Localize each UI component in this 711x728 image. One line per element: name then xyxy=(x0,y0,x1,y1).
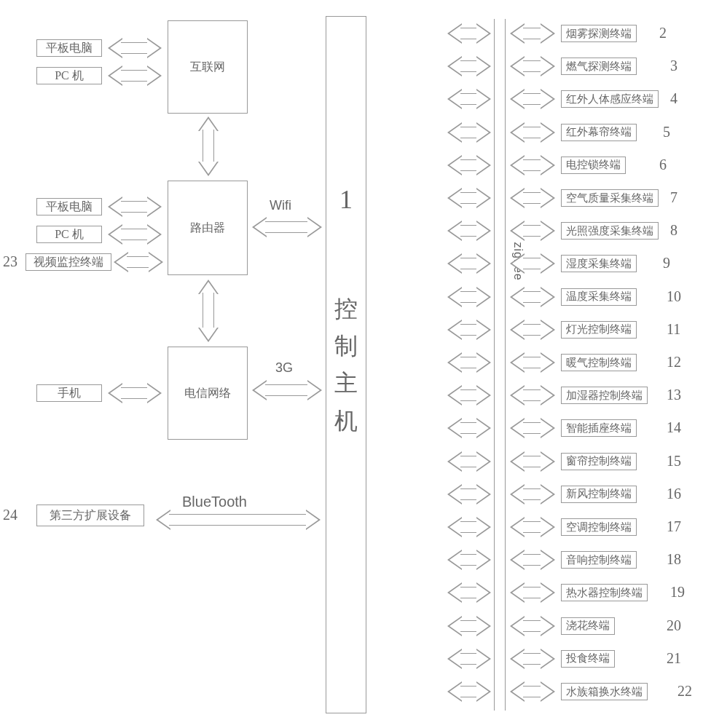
video-monitor-box: 视频监控终端 xyxy=(25,253,111,271)
pc-box-1: PC 机 xyxy=(36,67,102,84)
terminal-row: 燃气探测终端3 xyxy=(437,50,711,82)
arrow-icon xyxy=(252,217,322,237)
terminal-row: 新风控制终端16 xyxy=(437,478,711,510)
terminal-number: 7 xyxy=(670,189,677,206)
terminal-box: 燃气探测终端 xyxy=(561,58,637,75)
tablet-box-1: 平板电脑 xyxy=(36,39,102,57)
internet-box: 互联网 xyxy=(168,20,248,114)
terminal-row: 灯光控制终端11 xyxy=(437,314,711,346)
terminal-row: 红外幕帘终端5 xyxy=(437,116,711,149)
arrow-icon xyxy=(447,451,491,472)
terminal-number: 12 xyxy=(667,354,681,371)
telecom-label: 电信网络 xyxy=(184,386,231,401)
tablet-label-2: 平板电脑 xyxy=(46,199,93,215)
arrow-icon xyxy=(108,224,162,245)
arrow-icon xyxy=(108,66,162,86)
terminal-row: 空气质量采集终端7 xyxy=(437,182,711,214)
arrow-icon xyxy=(510,616,555,636)
terminal-number: 22 xyxy=(677,683,692,700)
terminal-row: 智能插座终端14 xyxy=(437,412,711,444)
control-host-box: 1 控 制 主 机 xyxy=(326,16,366,713)
terminal-box: 烟雾探测终端 xyxy=(561,25,637,42)
arrow-icon xyxy=(108,383,162,403)
router-label: 路由器 xyxy=(190,221,225,236)
thirdparty-box: 第三方扩展设备 xyxy=(36,505,144,526)
arrow-icon xyxy=(510,188,555,208)
control-host-label: 控 制 主 机 xyxy=(334,290,358,440)
arrow-icon xyxy=(447,385,491,405)
bluetooth-label: BlueTooth xyxy=(182,494,247,510)
arrow-icon xyxy=(510,517,555,537)
wifi-label: Wifi xyxy=(270,198,291,213)
terminal-row: 暖气控制终端12 xyxy=(437,347,711,379)
terminal-box: 红外人体感应终端 xyxy=(561,90,659,108)
arrow-icon xyxy=(510,155,555,175)
terminal-row: 投食终端21 xyxy=(437,643,711,675)
arrow-icon xyxy=(108,197,162,217)
terminal-row: 加湿器控制终端13 xyxy=(437,379,711,411)
arrow-icon xyxy=(447,56,491,76)
terminal-row: 热水器控制终端19 xyxy=(437,577,711,609)
terminal-number: 18 xyxy=(667,551,681,568)
arrow-icon xyxy=(447,221,491,241)
arrow-icon xyxy=(510,89,555,109)
arrow-icon xyxy=(447,681,491,702)
arrow-icon xyxy=(510,221,555,241)
thirdparty-label: 第三方扩展设备 xyxy=(50,508,131,523)
arrow-icon xyxy=(252,380,322,400)
terminal-row: 温度采集终端10 xyxy=(437,281,711,313)
terminal-number: 11 xyxy=(667,321,680,338)
arrow-icon xyxy=(510,385,555,405)
telecom-box: 电信网络 xyxy=(168,347,248,440)
terminal-row: 红外人体感应终端4 xyxy=(437,83,711,115)
terminal-number: 5 xyxy=(663,124,670,141)
terminal-box: 新风控制终端 xyxy=(561,486,637,503)
arrow-icon xyxy=(510,352,555,373)
terminal-row: 浇花终端20 xyxy=(437,610,711,642)
arrow-icon xyxy=(510,287,555,307)
terminal-number: 17 xyxy=(667,518,681,535)
arrow-icon xyxy=(510,56,555,76)
arrow-icon xyxy=(447,287,491,307)
arrow-icon xyxy=(510,418,555,438)
terminal-box: 空调控制终端 xyxy=(561,518,637,536)
terminal-row: 窗帘控制终端15 xyxy=(437,446,711,478)
terminal-box: 红外幕帘终端 xyxy=(561,124,637,141)
terminal-number: 9 xyxy=(663,255,670,272)
terminal-row: 水族箱换水终端22 xyxy=(437,676,711,708)
terminal-box: 灯光控制终端 xyxy=(561,321,637,339)
num-24: 24 xyxy=(3,507,17,523)
terminal-box: 暖气控制终端 xyxy=(561,354,637,371)
terminal-box: 空气质量采集终端 xyxy=(561,189,659,207)
terminal-box: 加湿器控制终端 xyxy=(561,387,648,404)
terminal-row: 烟雾探测终端2 xyxy=(437,17,711,50)
terminal-number: 4 xyxy=(670,90,677,107)
terminal-box: 电控锁终端 xyxy=(561,157,626,174)
terminal-box: 湿度采集终端 xyxy=(561,255,637,272)
pc-box-2: PC 机 xyxy=(36,226,102,243)
arrow-icon xyxy=(510,681,555,702)
arrow-icon xyxy=(510,253,555,274)
arrow-icon xyxy=(447,253,491,274)
terminal-number: 10 xyxy=(667,288,681,305)
arrow-icon xyxy=(198,116,219,176)
arrow-icon xyxy=(447,188,491,208)
video-monitor-label: 视频监控终端 xyxy=(34,255,103,270)
arrow-icon xyxy=(447,155,491,175)
arrow-icon xyxy=(156,510,321,530)
arrow-icon xyxy=(447,320,491,340)
arrow-icon xyxy=(447,352,491,373)
terminal-number: 2 xyxy=(659,25,667,41)
terminal-row: 音响控制终端18 xyxy=(437,544,711,576)
arrow-icon xyxy=(447,122,491,143)
arrow-icon xyxy=(114,252,163,272)
internet-label: 互联网 xyxy=(190,60,225,75)
terminal-number: 16 xyxy=(667,486,681,502)
arrow-icon xyxy=(510,320,555,340)
terminal-number: 3 xyxy=(670,58,677,74)
terminal-row: 光照强度采集终端8 xyxy=(437,215,711,247)
terminal-number: 13 xyxy=(667,387,681,403)
terminal-box: 水族箱换水终端 xyxy=(561,683,648,700)
pc-label-1: PC 机 xyxy=(55,68,84,84)
arrow-icon xyxy=(447,484,491,505)
